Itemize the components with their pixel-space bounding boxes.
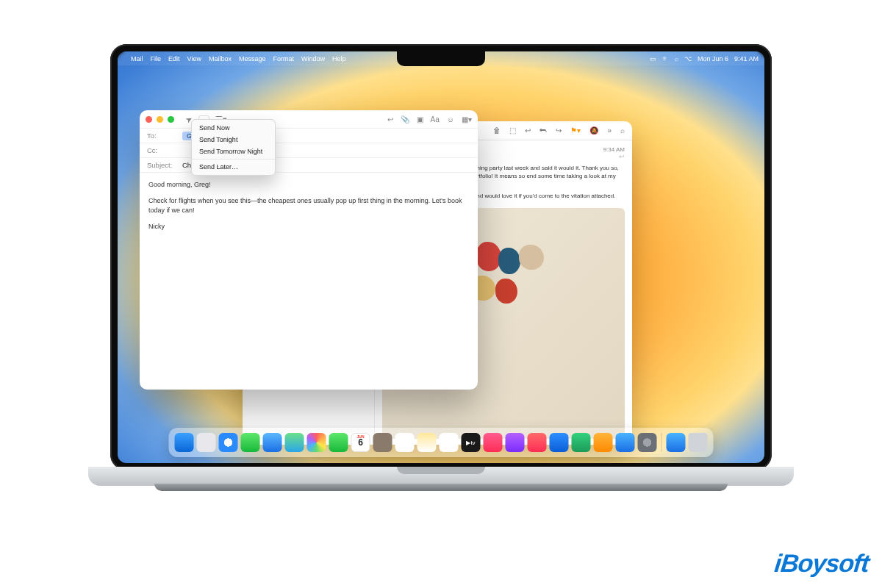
dock-app-news[interactable] (528, 433, 547, 452)
dock-app-podcasts[interactable] (506, 433, 525, 452)
attach-icon[interactable]: 📎 (401, 115, 409, 123)
menu-separator (192, 159, 275, 159)
wifi-icon[interactable]: ᯤ (662, 55, 669, 62)
window-close-icon[interactable] (146, 116, 152, 123)
laptop-feet (154, 484, 728, 491)
menubar-item-window[interactable]: Window (301, 55, 325, 62)
menubar-item-file[interactable]: File (151, 55, 162, 62)
menu-item-send-tomorrow-night[interactable]: Send Tomorrow Night (192, 146, 275, 157)
cc-row[interactable]: Cc: (140, 143, 478, 158)
menubar-item-mailbox[interactable]: Mailbox (209, 55, 232, 62)
dock-app-reminders[interactable] (395, 433, 415, 452)
display-notch (397, 51, 485, 66)
dock-app-keynote[interactable] (550, 433, 569, 452)
to-label: To: (147, 132, 178, 140)
mute-icon[interactable]: 🔕 (589, 126, 598, 135)
menubar-item-help[interactable]: Help (332, 55, 346, 62)
body-line: Check for flights when you see this—the … (148, 196, 469, 216)
cc-label: Cc: (147, 146, 178, 154)
dock-app-messages[interactable] (241, 433, 260, 452)
search-icon[interactable]: ⌕ (620, 126, 625, 135)
dock-app-pages[interactable] (594, 433, 613, 452)
menubar-item-format[interactable]: Format (273, 55, 294, 62)
dock-app-calendar[interactable] (351, 433, 370, 452)
body-line: Good morning, Greg! (148, 180, 469, 190)
dock-app-launchpad[interactable] (197, 433, 216, 452)
archive-icon[interactable]: ⬚ (509, 126, 516, 135)
to-row[interactable]: To: Greg Scheer (140, 129, 478, 143)
window-zoom-icon[interactable] (168, 116, 174, 123)
trash-icon[interactable]: 🗑 (493, 126, 501, 135)
dock-app-downloads[interactable] (667, 433, 686, 452)
dock-app-settings[interactable] (638, 433, 657, 452)
emoji-icon[interactable]: ☺ (447, 115, 454, 123)
menubar-date[interactable]: Mon Jun 6 (698, 55, 728, 62)
battery-icon[interactable]: ▭ (650, 55, 656, 62)
menu-item-send-later[interactable]: Send Later… (192, 161, 275, 173)
dock-app-tv[interactable] (462, 433, 481, 452)
reply-inline-icon[interactable]: ↩ (603, 153, 625, 160)
compose-body[interactable]: Good morning, Greg! Check for flights wh… (140, 173, 478, 245)
menu-item-send-now[interactable]: Send Now (192, 122, 275, 134)
dock-app-safari[interactable] (219, 433, 238, 452)
dock-app-numbers[interactable] (572, 433, 591, 452)
dock-app-photos[interactable] (307, 433, 326, 452)
control-center-icon[interactable]: ⌥ (684, 55, 692, 62)
compose-titlebar[interactable]: ➤ ⌄ ☰▾ ↩ 📎 ▣ Aa ☺ ▦▾ (140, 110, 478, 128)
menubar-item-edit[interactable]: Edit (168, 55, 180, 62)
dock-app-mail[interactable] (263, 433, 282, 452)
screen-bezel: Mail File Edit View Mailbox Message Form… (110, 44, 772, 470)
text-format-icon[interactable]: Aa (431, 115, 440, 123)
compose-header-fields: To: Greg Scheer Cc: Subject: Cheap flig (140, 128, 478, 173)
dock-app-maps[interactable] (285, 433, 304, 452)
dock (169, 428, 714, 457)
menubar-status-area: ▭ ᯤ ⌕ ⌥ Mon Jun 6 9:41 AM (650, 55, 759, 62)
subject-row[interactable]: Subject: Cheap flig (140, 158, 478, 173)
window-minimize-icon[interactable] (157, 116, 163, 123)
more-icon[interactable]: » (607, 126, 612, 135)
dock-app-appstore[interactable] (616, 433, 635, 452)
menubar-item-view[interactable]: View (187, 55, 201, 62)
menubar-app-name[interactable]: Mail (131, 55, 143, 62)
compose-window[interactable]: ➤ ⌄ ☰▾ ↩ 📎 ▣ Aa ☺ ▦▾ To: (140, 110, 478, 390)
dock-app-notes[interactable] (417, 433, 437, 452)
menu-item-send-tonight[interactable]: Send Tonight (192, 134, 275, 146)
body-signature: Nicky (148, 222, 469, 232)
desktop: Mail File Edit View Mailbox Message Form… (118, 51, 764, 463)
flag-icon[interactable]: ⚑▾ (570, 126, 581, 135)
menubar-time[interactable]: 9:41 AM (734, 55, 759, 62)
photo-browser-icon[interactable]: ▣ (417, 115, 423, 123)
insert-icon[interactable]: ▦▾ (462, 115, 472, 123)
watermark-logo: iBoysoft (775, 549, 869, 578)
subject-label: Subject: (147, 161, 178, 169)
dock-app-finder[interactable] (175, 433, 194, 452)
dock-app-facetime[interactable] (329, 433, 348, 452)
dock-app-freeform[interactable] (440, 433, 459, 452)
preview-time: 9:34 AM (603, 146, 625, 153)
laptop-frame: Mail File Edit View Mailbox Message Form… (110, 44, 772, 500)
dock-app-contacts[interactable] (373, 433, 392, 452)
send-later-menu: Send Now Send Tonight Send Tomorrow Nigh… (191, 119, 276, 176)
reply-format-icon[interactable]: ↩ (387, 115, 393, 123)
menubar-item-message[interactable]: Message (239, 55, 266, 62)
dock-app-music[interactable] (484, 433, 503, 452)
dock-separator (662, 433, 662, 452)
reply-all-icon[interactable]: ⮪ (539, 126, 547, 135)
dock-app-trash[interactable] (689, 433, 708, 452)
spotlight-icon[interactable]: ⌕ (675, 55, 678, 62)
reply-icon[interactable]: ↩ (525, 126, 531, 135)
forward-icon[interactable]: ↪ (556, 126, 562, 135)
